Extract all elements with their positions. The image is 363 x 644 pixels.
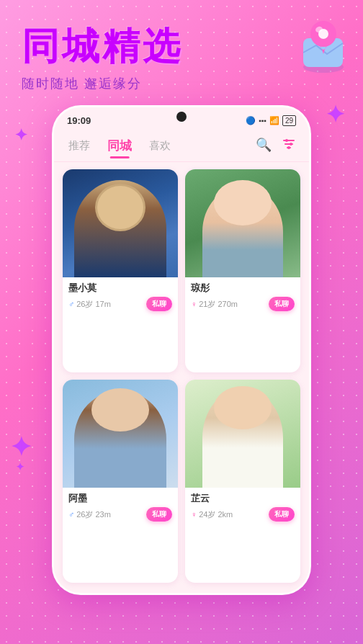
card-meta-4: ♀ 24岁 2km 私聊 (191, 507, 295, 522)
card-details-1: ♂ 26岁 17m (68, 299, 111, 310)
svg-point-6 (290, 143, 292, 146)
sparkle-decoration-1: ✦ (14, 126, 27, 145)
nav-tabs: 推荐 同城 喜欢 🔍 (54, 130, 309, 162)
camera-notch (176, 112, 187, 122)
card-details-4: ♀ 24岁 2km (191, 509, 233, 520)
status-bar: 19:09 🔵 ▪▪▪ 📶 29 (54, 107, 309, 130)
user-name-4: 芷云 (191, 492, 295, 505)
svg-point-7 (287, 146, 290, 149)
wifi-icon: 📶 (269, 116, 279, 125)
status-icons: 🔵 ▪▪▪ 📶 29 (246, 115, 296, 126)
chat-btn-2[interactable]: 私聊 (269, 297, 295, 311)
tab-nearby[interactable]: 同城 (106, 135, 133, 157)
filter-icon[interactable] (282, 137, 296, 155)
user-photo-2 (185, 169, 300, 277)
gender-icon-4: ♀ (191, 510, 197, 519)
user-photo-4 (185, 380, 300, 488)
gender-icon-2: ♀ (191, 300, 197, 308)
card-details-2: ♀ 21岁 270m (191, 299, 238, 310)
signal-icon: ▪▪▪ (259, 117, 266, 125)
user-card-4[interactable]: 芷云 ♀ 24岁 2km 私聊 (185, 380, 300, 583)
user-name-3: 阿墨 (68, 492, 172, 505)
page-wrapper: 同城精选 随时随地 邂逅缘分 ✦ ✦ (0, 0, 363, 644)
card-info-2: 琼彤 ♀ 21岁 270m 私聊 (185, 277, 300, 317)
user-photo-3 (63, 380, 178, 488)
svg-point-5 (285, 139, 288, 142)
tab-recommend[interactable]: 推荐 (67, 136, 91, 156)
gender-icon-1: ♂ (68, 300, 74, 308)
user-card-2[interactable]: 琼彤 ♀ 21岁 270m 私聊 (185, 169, 300, 372)
card-meta-2: ♀ 21岁 270m 私聊 (191, 297, 295, 311)
main-title: 同城精选 随时随地 邂逅缘分 (22, 22, 183, 92)
user-photo-1 (63, 169, 178, 277)
card-meta-3: ♂ 26岁 23m 私聊 (68, 507, 172, 522)
user-card-1[interactable]: 墨小莫 ♂ 26岁 17m 私聊 (63, 169, 178, 372)
phone-mockup: 19:09 🔵 ▪▪▪ 📶 29 推荐 同城 喜欢 🔍 (52, 105, 311, 595)
header: 同城精选 随时随地 邂逅缘分 (0, 0, 363, 99)
nav-right-icons: 🔍 (256, 137, 296, 155)
chat-btn-3[interactable]: 私聊 (146, 507, 172, 522)
search-icon[interactable]: 🔍 (256, 137, 272, 155)
card-info-3: 阿墨 ♂ 26岁 23m 私聊 (63, 488, 178, 527)
card-info-1: 墨小莫 ♂ 26岁 17m 私聊 (63, 277, 178, 317)
tab-likes[interactable]: 喜欢 (148, 136, 172, 156)
bluetooth-icon: 🔵 (246, 116, 256, 125)
battery-icon: 29 (282, 115, 296, 126)
chat-btn-4[interactable]: 私聊 (269, 507, 295, 522)
user-name-2: 琼彤 (191, 282, 295, 295)
status-time: 19:09 (67, 115, 91, 126)
user-name-1: 墨小莫 (68, 282, 172, 295)
title-row: 同城精选 随时随地 邂逅缘分 (22, 22, 349, 92)
card-meta-1: ♂ 26岁 17m 私聊 (68, 297, 172, 311)
location-icon (287, 18, 352, 76)
card-info-4: 芷云 ♀ 24岁 2km 私聊 (185, 488, 300, 527)
subtitle-text: 随时随地 邂逅缘分 (22, 75, 183, 92)
sparkle-decoration-4: ✦ (16, 461, 24, 473)
sparkle-decoration-3: ✦ (10, 432, 32, 462)
content-grid: 墨小莫 ♂ 26岁 17m 私聊 琼彤 (54, 162, 309, 590)
title-text: 同城精选 (22, 22, 183, 72)
card-details-3: ♂ 26岁 23m (68, 509, 111, 520)
gender-icon-3: ♂ (68, 510, 74, 519)
user-card-3[interactable]: 阿墨 ♂ 26岁 23m 私聊 (63, 380, 178, 583)
chat-btn-1[interactable]: 私聊 (146, 297, 172, 311)
sparkle-decoration-2: ✦ (326, 101, 345, 128)
